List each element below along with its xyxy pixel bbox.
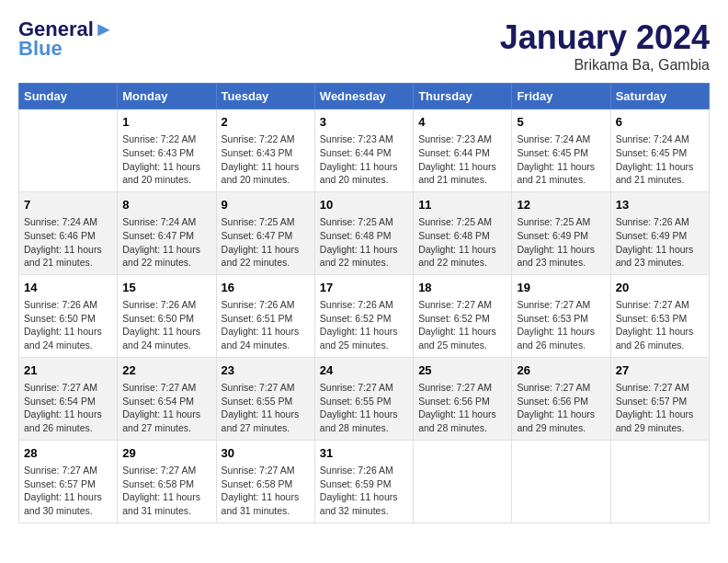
table-row: [610, 440, 709, 523]
table-row: 23Sunrise: 7:27 AMSunset: 6:55 PMDayligh…: [216, 357, 314, 440]
day-info: Sunrise: 7:27 AMSunset: 6:58 PMDaylight:…: [222, 464, 310, 518]
day-info: Sunrise: 7:27 AMSunset: 6:57 PMDaylight:…: [24, 464, 112, 518]
day-number: 24: [320, 362, 408, 379]
day-number: 27: [616, 362, 704, 379]
day-info: Sunrise: 7:27 AMSunset: 6:55 PMDaylight:…: [222, 381, 310, 435]
logo: General► Blue: [18, 18, 114, 61]
col-sunday: Sunday: [19, 84, 118, 109]
day-number: 3: [320, 114, 408, 131]
day-info: Sunrise: 7:27 AMSunset: 6:58 PMDaylight:…: [122, 464, 210, 518]
day-number: 23: [222, 362, 310, 379]
day-info: Sunrise: 7:22 AMSunset: 6:43 PMDaylight:…: [222, 132, 310, 187]
day-info: Sunrise: 7:27 AMSunset: 6:57 PMDaylight:…: [616, 381, 704, 435]
day-number: 18: [418, 280, 506, 296]
day-info: Sunrise: 7:27 AMSunset: 6:55 PMDaylight:…: [320, 381, 408, 435]
table-row: 16Sunrise: 7:26 AMSunset: 6:51 PMDayligh…: [216, 274, 314, 357]
day-info: Sunrise: 7:26 AMSunset: 6:59 PMDaylight:…: [320, 464, 408, 518]
week-row-1: 1Sunrise: 7:22 AMSunset: 6:43 PMDaylight…: [19, 109, 710, 192]
day-info: Sunrise: 7:23 AMSunset: 6:44 PMDaylight:…: [320, 132, 408, 187]
table-row: 14Sunrise: 7:26 AMSunset: 6:50 PMDayligh…: [19, 274, 118, 357]
day-number: 6: [616, 114, 704, 131]
day-info: Sunrise: 7:27 AMSunset: 6:53 PMDaylight:…: [517, 298, 605, 352]
day-info: Sunrise: 7:25 AMSunset: 6:47 PMDaylight:…: [222, 215, 310, 270]
month-title: January 2024: [500, 18, 710, 57]
day-info: Sunrise: 7:23 AMSunset: 6:44 PMDaylight:…: [418, 132, 506, 187]
table-row: 25Sunrise: 7:27 AMSunset: 6:56 PMDayligh…: [414, 357, 512, 440]
table-row: 12Sunrise: 7:25 AMSunset: 6:49 PMDayligh…: [512, 191, 610, 274]
day-info: Sunrise: 7:24 AMSunset: 6:45 PMDaylight:…: [616, 132, 704, 187]
week-row-4: 21Sunrise: 7:27 AMSunset: 6:54 PMDayligh…: [19, 357, 710, 440]
table-row: 19Sunrise: 7:27 AMSunset: 6:53 PMDayligh…: [512, 274, 610, 357]
day-number: 2: [222, 114, 310, 131]
table-row: 9Sunrise: 7:25 AMSunset: 6:47 PMDaylight…: [216, 191, 314, 274]
header-row: Sunday Monday Tuesday Wednesday Thursday…: [19, 84, 710, 109]
day-number: 1: [122, 114, 210, 131]
day-info: Sunrise: 7:26 AMSunset: 6:50 PMDaylight:…: [24, 298, 112, 352]
table-row: 20Sunrise: 7:27 AMSunset: 6:53 PMDayligh…: [610, 274, 709, 357]
table-row: 11Sunrise: 7:25 AMSunset: 6:48 PMDayligh…: [414, 191, 512, 274]
day-number: 21: [24, 362, 112, 379]
day-info: Sunrise: 7:25 AMSunset: 6:48 PMDaylight:…: [418, 215, 506, 270]
day-number: 14: [24, 280, 112, 296]
table-row: 18Sunrise: 7:27 AMSunset: 6:52 PMDayligh…: [414, 274, 512, 357]
day-number: 17: [320, 280, 408, 296]
day-number: 22: [122, 362, 210, 379]
page-header: General► Blue January 2024 Brikama Ba, G…: [18, 18, 710, 74]
col-saturday: Saturday: [610, 84, 709, 109]
logo-blue: Blue: [18, 37, 63, 61]
day-info: Sunrise: 7:26 AMSunset: 6:52 PMDaylight:…: [320, 298, 408, 352]
table-row: 17Sunrise: 7:26 AMSunset: 6:52 PMDayligh…: [314, 274, 413, 357]
col-thursday: Thursday: [414, 84, 512, 109]
table-row: 10Sunrise: 7:25 AMSunset: 6:48 PMDayligh…: [314, 191, 413, 274]
table-row: 31Sunrise: 7:26 AMSunset: 6:59 PMDayligh…: [314, 440, 413, 523]
table-row: [19, 109, 118, 192]
day-number: 5: [517, 114, 605, 131]
location: Brikama Ba, Gambia: [500, 57, 710, 74]
table-row: 7Sunrise: 7:24 AMSunset: 6:46 PMDaylight…: [19, 191, 118, 274]
day-info: Sunrise: 7:22 AMSunset: 6:43 PMDaylight:…: [122, 132, 210, 187]
day-info: Sunrise: 7:26 AMSunset: 6:51 PMDaylight:…: [222, 298, 310, 352]
week-row-5: 28Sunrise: 7:27 AMSunset: 6:57 PMDayligh…: [19, 440, 710, 523]
table-row: 5Sunrise: 7:24 AMSunset: 6:45 PMDaylight…: [512, 109, 610, 192]
day-info: Sunrise: 7:27 AMSunset: 6:56 PMDaylight:…: [517, 381, 605, 435]
table-row: [512, 440, 610, 523]
col-tuesday: Tuesday: [216, 84, 314, 109]
day-number: 8: [122, 197, 210, 213]
day-info: Sunrise: 7:26 AMSunset: 6:49 PMDaylight:…: [616, 215, 704, 270]
day-info: Sunrise: 7:27 AMSunset: 6:54 PMDaylight:…: [122, 381, 210, 435]
table-row: 27Sunrise: 7:27 AMSunset: 6:57 PMDayligh…: [610, 357, 709, 440]
table-row: 13Sunrise: 7:26 AMSunset: 6:49 PMDayligh…: [610, 191, 709, 274]
table-row: 15Sunrise: 7:26 AMSunset: 6:50 PMDayligh…: [118, 274, 216, 357]
calendar-table: Sunday Monday Tuesday Wednesday Thursday…: [18, 83, 710, 523]
table-row: 30Sunrise: 7:27 AMSunset: 6:58 PMDayligh…: [216, 440, 314, 523]
table-row: 28Sunrise: 7:27 AMSunset: 6:57 PMDayligh…: [19, 440, 118, 523]
table-row: 26Sunrise: 7:27 AMSunset: 6:56 PMDayligh…: [512, 357, 610, 440]
day-info: Sunrise: 7:24 AMSunset: 6:45 PMDaylight:…: [517, 132, 605, 187]
day-number: 28: [24, 445, 112, 462]
day-number: 31: [320, 445, 408, 462]
day-info: Sunrise: 7:27 AMSunset: 6:52 PMDaylight:…: [418, 298, 506, 352]
day-number: 29: [122, 445, 210, 462]
day-info: Sunrise: 7:27 AMSunset: 6:56 PMDaylight:…: [418, 381, 506, 435]
table-row: 2Sunrise: 7:22 AMSunset: 6:43 PMDaylight…: [216, 109, 314, 192]
day-number: 10: [320, 197, 408, 213]
table-row: 24Sunrise: 7:27 AMSunset: 6:55 PMDayligh…: [314, 357, 413, 440]
day-number: 16: [222, 280, 310, 296]
day-number: 15: [122, 280, 210, 296]
table-row: 8Sunrise: 7:24 AMSunset: 6:47 PMDaylight…: [118, 191, 216, 274]
day-info: Sunrise: 7:27 AMSunset: 6:53 PMDaylight:…: [616, 298, 704, 352]
week-row-2: 7Sunrise: 7:24 AMSunset: 6:46 PMDaylight…: [19, 191, 710, 274]
day-number: 26: [517, 362, 605, 379]
col-monday: Monday: [118, 84, 216, 109]
week-row-3: 14Sunrise: 7:26 AMSunset: 6:50 PMDayligh…: [19, 274, 710, 357]
day-number: 7: [24, 197, 112, 213]
day-info: Sunrise: 7:27 AMSunset: 6:54 PMDaylight:…: [24, 381, 112, 435]
title-area: January 2024 Brikama Ba, Gambia: [500, 18, 710, 74]
day-number: 11: [418, 197, 506, 213]
day-info: Sunrise: 7:25 AMSunset: 6:48 PMDaylight:…: [320, 215, 408, 270]
table-row: [414, 440, 512, 523]
table-row: 29Sunrise: 7:27 AMSunset: 6:58 PMDayligh…: [118, 440, 216, 523]
day-number: 12: [517, 197, 605, 213]
day-number: 13: [616, 197, 704, 213]
day-number: 9: [222, 197, 310, 213]
